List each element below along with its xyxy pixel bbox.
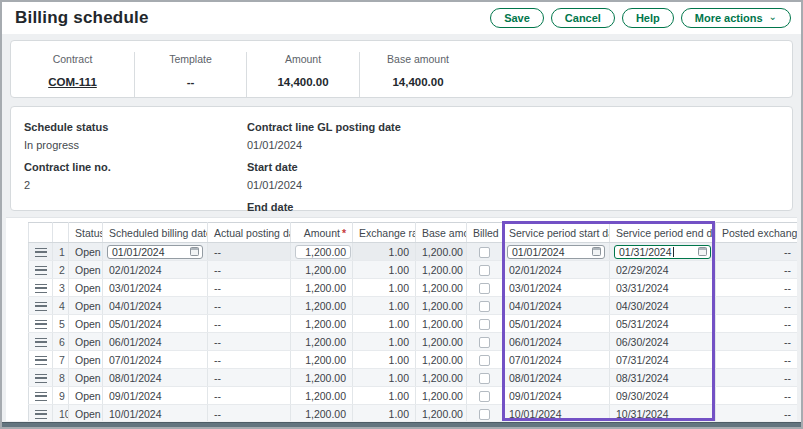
exchange-rate-cell: 1.00 (353, 369, 416, 387)
col-header-billed: Billed (467, 223, 503, 243)
service-period-end-cell: 05/31/2024 (610, 315, 716, 333)
drag-handle-icon[interactable] (35, 374, 47, 383)
schedule-status-value: In progress (24, 139, 111, 152)
more-actions-button[interactable]: More actions ⌄ (681, 8, 791, 28)
actual-posting-date-cell: -- (208, 369, 291, 387)
status-cell: Open (69, 387, 103, 405)
billed-checkbox[interactable] (479, 337, 490, 348)
scheduled-billing-date-input[interactable]: 01/01/2024 (107, 245, 203, 259)
service-period-end-input-value: 01/31/2024 (619, 246, 672, 258)
billed-checkbox[interactable] (479, 283, 490, 294)
exchange-rate-cell: 1.00 (353, 351, 416, 369)
posted-exchange-rate-cell: -- (716, 243, 798, 261)
service-period-start-cell: 01/01/2024 (503, 243, 610, 261)
billed-checkbox[interactable] (479, 373, 490, 384)
table-row: 3Open03/01/2024--1,200.001.001,200.0003/… (29, 279, 798, 297)
drag-handle-icon[interactable] (35, 284, 47, 293)
billed-checkbox[interactable] (479, 265, 490, 276)
billed-checkbox[interactable] (479, 319, 490, 330)
contract-line-no-label: Contract line no. (24, 161, 111, 174)
amount-cell: 1,200.00 (291, 405, 353, 422)
amount-cell: 1,200.00 (291, 297, 353, 315)
billed-checkbox[interactable] (479, 247, 490, 258)
schedule-table: StatusScheduled billing date*Actual post… (28, 222, 797, 421)
posted-exchange-rate-cell: -- (716, 351, 798, 369)
service-period-start-cell: 07/01/2024 (503, 351, 610, 369)
calendar-icon[interactable] (592, 247, 601, 256)
scheduled-billing-date-cell: 02/01/2024 (103, 261, 208, 279)
posted-exchange-rate-cell: -- (716, 261, 798, 279)
service-period-end-cell: 03/31/2024 (610, 279, 716, 297)
col-header-amount: Amount* (291, 223, 353, 243)
drag-handle-icon[interactable] (35, 248, 47, 257)
start-date-field: Start date 01/01/2024 (247, 161, 401, 192)
service-period-end-cell: 08/31/2024 (610, 369, 716, 387)
billed-cell (467, 315, 503, 333)
service-period-end-cell: 06/30/2024 (610, 333, 716, 351)
status-cell: Open (69, 297, 103, 315)
base-amount-cell: 1,200.00 (416, 369, 467, 387)
service-period-start-cell: 08/01/2024 (503, 369, 610, 387)
amount-input[interactable]: 1,200.00 (295, 245, 351, 259)
status-cell: Open (69, 279, 103, 297)
posted-exchange-rate-cell: -- (716, 315, 798, 333)
drag-handle-icon[interactable] (35, 266, 47, 275)
more-actions-label: More actions (695, 12, 763, 24)
service-period-end-cell: 01/31/2024 (610, 243, 716, 261)
contract-link[interactable]: COM-111 (11, 76, 134, 88)
posted-exchange-rate-cell: -- (716, 387, 798, 405)
col-header-num (53, 223, 69, 243)
exchange-rate-cell: 1.00 (353, 315, 416, 333)
actual-posting-date-cell: -- (208, 333, 291, 351)
actual-posting-date-cell: -- (208, 405, 291, 422)
status-cell: Open (69, 369, 103, 387)
table-header: StatusScheduled billing date*Actual post… (29, 223, 798, 243)
billed-checkbox[interactable] (479, 301, 490, 312)
billed-checkbox[interactable] (479, 409, 490, 420)
cancel-button[interactable]: Cancel (551, 8, 615, 28)
billed-checkbox[interactable] (479, 391, 490, 402)
drag-cell (29, 369, 53, 387)
drag-handle-icon[interactable] (35, 320, 47, 329)
help-button[interactable]: Help (622, 8, 674, 28)
title-bar: Billing schedule Save Cancel Help More a… (2, 2, 801, 34)
billed-checkbox[interactable] (479, 355, 490, 366)
calendar-icon[interactable] (698, 247, 707, 256)
service-period-start-input[interactable]: 01/01/2024 (507, 245, 605, 259)
table-row: 5Open05/01/2024--1,200.001.001,200.0005/… (29, 315, 798, 333)
drag-handle-icon[interactable] (35, 356, 47, 365)
amount-cell: 1,200.00 (291, 315, 353, 333)
save-button[interactable]: Save (490, 8, 544, 28)
drag-handle-icon[interactable] (35, 392, 47, 401)
col-header-posted: Posted exchange rate (716, 223, 798, 243)
base-amount-cell: 1,200.00 (416, 261, 467, 279)
amount-value: 14,400.00 (247, 76, 359, 88)
table-row: 7Open07/01/2024--1,200.001.001,200.0007/… (29, 351, 798, 369)
scheduled-billing-date-cell: 09/01/2024 (103, 387, 208, 405)
table-row: 1Open01/01/2024--1,200.001.001,200.0001/… (29, 243, 798, 261)
scheduled-billing-date-input-value: 01/01/2024 (112, 246, 165, 258)
scheduled-billing-date-cell: 08/01/2024 (103, 369, 208, 387)
drag-cell (29, 351, 53, 369)
base-amount-cell: 1,200.00 (416, 243, 467, 261)
start-date-value: 01/01/2024 (247, 179, 401, 192)
posted-exchange-rate-cell: -- (716, 279, 798, 297)
col-header-base: Base amount (416, 223, 467, 243)
drag-handle-icon[interactable] (35, 338, 47, 347)
scheduled-billing-date-cell: 01/01/2024 (103, 243, 208, 261)
scheduled-billing-date-cell: 05/01/2024 (103, 315, 208, 333)
table-row: 2Open02/01/2024--1,200.001.001,200.0002/… (29, 261, 798, 279)
scheduled-billing-date-cell: 04/01/2024 (103, 297, 208, 315)
col-header-spe: Service period end date (610, 223, 716, 243)
text-cursor (673, 247, 674, 257)
drag-handle-icon[interactable] (35, 410, 47, 419)
calendar-icon[interactable] (190, 247, 199, 256)
table-body: 1Open01/01/2024--1,200.001.001,200.0001/… (29, 243, 798, 422)
service-period-start-cell: 09/01/2024 (503, 387, 610, 405)
service-period-end-input[interactable]: 01/31/2024 (614, 245, 711, 259)
billed-cell (467, 369, 503, 387)
base-amount-cell: 1,200.00 (416, 333, 467, 351)
base-amount-label: Base amount (360, 53, 476, 65)
table-row: 6Open06/01/2024--1,200.001.001,200.0006/… (29, 333, 798, 351)
drag-handle-icon[interactable] (35, 302, 47, 311)
